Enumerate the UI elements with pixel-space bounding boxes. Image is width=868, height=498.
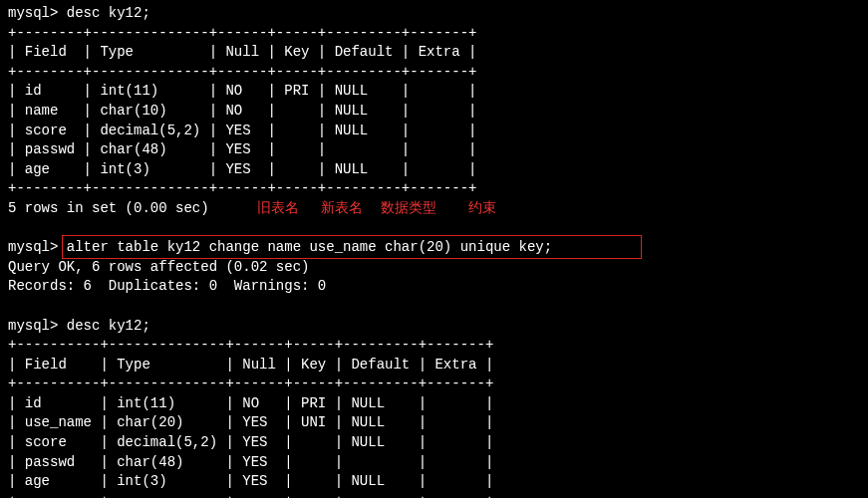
table-row: | score | decimal(5,2) | YES | | NULL | … (8, 122, 860, 141)
annotation-data-type: 数据类型 (381, 199, 436, 219)
table-row: | name | char(10) | NO | | NULL | | (8, 102, 860, 122)
blank-line (8, 219, 860, 239)
table-row: | passwd | char(48) | YES | | | | (8, 140, 860, 160)
table-sep: +--------+--------------+------+-----+--… (8, 24, 860, 44)
table-row: | use_name | char(20) | YES | UNI | NULL… (8, 413, 860, 433)
table-sep: +----------+--------------+------+-----+… (8, 374, 860, 394)
terminal-output: mysql> desc ky12; +--------+------------… (8, 4, 860, 498)
table-sep: +----------+--------------+------+-----+… (8, 492, 860, 498)
table-sep: +----------+--------------+------+-----+… (8, 336, 860, 356)
table-header: | Field | Type | Null | Key | Default | … (8, 356, 860, 375)
table-row: | passwd | char(48) | YES | | | | (8, 453, 860, 473)
table-row: | age | int(3) | YES | | NULL | | (8, 472, 860, 492)
table-row: | id | int(11) | NO | PRI | NULL | | (8, 394, 860, 414)
prompt-line[interactable]: mysql> alter table ky12 change name use_… (8, 238, 860, 258)
annotation-old-name: 旧表名 (257, 199, 299, 219)
prompt-line[interactable]: mysql> desc ky12; (8, 4, 860, 24)
query-ok: Query OK, 6 rows affected (0.02 sec) (8, 258, 860, 278)
alter-command: alter table ky12 change name use_name ch… (67, 239, 552, 255)
table-sep: +--------+--------------+------+-----+--… (8, 179, 860, 199)
annotation-constraint: 约束 (468, 199, 496, 219)
blank-line (8, 297, 860, 317)
records-line: Records: 6 Duplicates: 0 Warnings: 0 (8, 277, 860, 297)
table-sep: +--------+--------------+------+-----+--… (8, 63, 860, 83)
table-row: | score | decimal(5,2) | YES | | NULL | … (8, 433, 860, 453)
table-row: | id | int(11) | NO | PRI | NULL | | (8, 82, 860, 102)
annotation-new-name: 新表名 (321, 199, 363, 219)
table-header: | Field | Type | Null | Key | Default | … (8, 43, 860, 63)
result-text: 5 rows in set (0.00 sec) (8, 199, 209, 219)
table-row: | age | int(3) | YES | | NULL | | (8, 160, 860, 180)
prompt-line[interactable]: mysql> desc ky12; (8, 317, 860, 337)
